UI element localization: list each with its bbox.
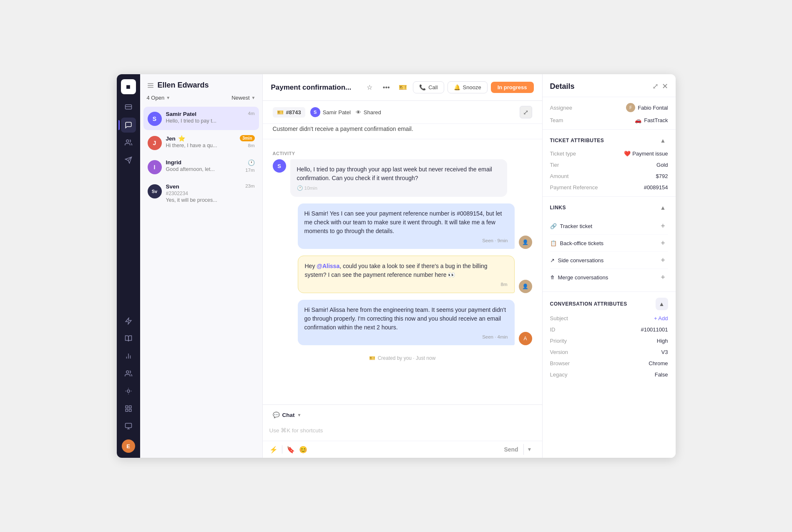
ticket-attributes-header: TICKET ATTRIBUTES ▲ bbox=[550, 136, 668, 146]
filter-sort-button[interactable]: Newest ▼ bbox=[231, 95, 255, 101]
team-value: 🚗 FastTrack bbox=[635, 117, 668, 123]
add-tracker-button[interactable]: + bbox=[658, 221, 668, 231]
conversation-item[interactable]: Sv Sven #2302234 Yes, it will be proces.… bbox=[143, 179, 259, 207]
merge-label: ⤊ Merge conversations bbox=[550, 274, 608, 281]
conv-meta: 3min 8m bbox=[240, 135, 254, 148]
arrow-icon: ↗ bbox=[550, 257, 555, 263]
system-note: 🎫 Created by you · Just now bbox=[273, 352, 532, 364]
expand-button[interactable]: ⤢ bbox=[520, 106, 532, 118]
conv-preview: Good afternoon, let... bbox=[166, 166, 241, 172]
more-options-button[interactable]: ••• bbox=[380, 81, 393, 94]
conv-avatar: Sv bbox=[148, 184, 162, 198]
nav-inbox[interactable] bbox=[121, 100, 136, 115]
ticket-attributes-label: TICKET ATTRIBUTES bbox=[550, 138, 604, 143]
nav-send[interactable] bbox=[121, 153, 136, 168]
message-bubble: Hi Samir! Yes I can see your payment ref… bbox=[298, 203, 515, 249]
amount-row: Amount $792 bbox=[550, 173, 668, 179]
id-row: ID #10011001 bbox=[550, 326, 668, 333]
conv-content: Jen ⭐ Hi there, I have a qu... bbox=[166, 135, 236, 148]
conv-avatar: I bbox=[148, 160, 162, 174]
ticket-icon-button[interactable]: 🎫 bbox=[396, 81, 410, 94]
bookmark-icon[interactable]: 🔖 bbox=[287, 446, 295, 454]
details-title: Details bbox=[550, 82, 652, 91]
message-text-pre: Hey bbox=[305, 263, 317, 269]
priority-value: High bbox=[657, 338, 668, 344]
nav-support[interactable] bbox=[121, 384, 136, 399]
send-button[interactable]: Send bbox=[499, 444, 523, 455]
message-text: Hello, I tried to pay through your app l… bbox=[297, 165, 500, 183]
collapse-conv-attributes-button[interactable]: ▲ bbox=[656, 298, 668, 310]
external-link-button[interactable]: ⤢ bbox=[652, 82, 659, 91]
tracker-ticket-label: 🔗 Tracker ticket bbox=[550, 223, 593, 229]
user-avatar-rail[interactable]: E bbox=[122, 439, 135, 453]
message-row: Hey @Alissa, could you take a look to se… bbox=[273, 256, 532, 293]
nav-grid[interactable] bbox=[121, 401, 136, 416]
payment-icon: ❤️ bbox=[624, 151, 631, 157]
lightning-icon[interactable]: ⚡ bbox=[269, 446, 278, 454]
link-item: 🔗 Tracker ticket + bbox=[550, 218, 668, 235]
message-row-inner: Hey @Alissa, could you take a look to se… bbox=[298, 256, 532, 293]
emoji-icon[interactable]: 😊 bbox=[299, 446, 307, 454]
nav-book[interactable] bbox=[121, 331, 136, 346]
close-button[interactable]: ✕ bbox=[662, 82, 668, 91]
message-bubble: Hi Samir! Alissa here from the engineeri… bbox=[298, 300, 515, 345]
add-back-office-button[interactable]: + bbox=[658, 238, 668, 248]
subject-row: Subject + Add bbox=[550, 315, 668, 321]
collapse-ticket-attributes-button[interactable]: ▲ bbox=[658, 136, 668, 146]
message-text: Hey @Alissa, could you take a look to se… bbox=[305, 262, 508, 279]
conv-time: 23m bbox=[245, 183, 254, 188]
nav-contacts[interactable] bbox=[121, 135, 136, 150]
svg-rect-13 bbox=[129, 409, 131, 412]
chat-text-input[interactable]: Use ⌘K for shortcuts bbox=[263, 421, 542, 441]
add-side-conversation-button[interactable]: + bbox=[658, 255, 668, 265]
legacy-label: Legacy bbox=[550, 371, 568, 378]
conv-name: Sven bbox=[166, 183, 241, 190]
star-button[interactable]: ☆ bbox=[363, 81, 376, 94]
message-text: Hi Samir! Alissa here from the engineeri… bbox=[304, 306, 508, 332]
snooze-button[interactable]: 🔔 Snooze bbox=[448, 81, 488, 93]
conversation-item[interactable]: I Ingrid Good afternoon, let... 🕐 17m bbox=[143, 155, 259, 178]
nav-monitor[interactable] bbox=[121, 419, 136, 434]
add-merge-button[interactable]: + bbox=[658, 272, 668, 282]
send-button-group: Send ▼ bbox=[499, 444, 535, 455]
call-button[interactable]: 📞 Call bbox=[413, 81, 444, 93]
svg-rect-14 bbox=[125, 423, 131, 428]
message-text: Hi Samir! Yes I can see your payment ref… bbox=[304, 209, 508, 236]
collapse-links-button[interactable]: ▲ bbox=[658, 203, 668, 213]
message-time: 🕐 10min bbox=[297, 185, 500, 191]
priority-label: Priority bbox=[550, 338, 567, 344]
id-label: ID bbox=[550, 326, 556, 333]
team-row: Team 🚗 FastTrack bbox=[550, 117, 668, 123]
version-row: Version V3 bbox=[550, 349, 668, 355]
conversation-list: S Samir Patel Hello, I tried to pay t...… bbox=[140, 105, 262, 458]
payment-ref-row: Payment Reference #0089154 bbox=[550, 184, 668, 191]
nav-lightning[interactable] bbox=[121, 314, 136, 329]
details-header: Details ⤢ ✕ bbox=[543, 74, 676, 97]
nav-analytics[interactable] bbox=[121, 349, 136, 364]
subject-add-button[interactable]: + Add bbox=[654, 315, 668, 321]
nav-chat[interactable] bbox=[121, 118, 136, 133]
svg-point-8 bbox=[126, 371, 128, 373]
ticket-bar-right: ⤢ bbox=[520, 106, 532, 118]
send-dropdown-button[interactable]: ▼ bbox=[523, 444, 536, 455]
tier-label: Tier bbox=[550, 162, 559, 168]
chat-mode-button[interactable]: 💬 Chat ▼ bbox=[269, 409, 305, 421]
amount-value: $792 bbox=[656, 173, 668, 179]
merge-icon: ⤊ bbox=[550, 274, 555, 281]
message-row: Hi Samir! Alissa here from the engineeri… bbox=[273, 300, 532, 345]
conv-meta: 4m bbox=[248, 111, 255, 116]
conversation-item[interactable]: J Jen ⭐ Hi there, I have a qu... 3min 8m bbox=[143, 131, 259, 154]
conversation-item[interactable]: S Samir Patel Hello, I tried to pay t...… bbox=[143, 107, 259, 130]
svg-rect-10 bbox=[126, 406, 128, 408]
tier-value: Gold bbox=[656, 162, 668, 168]
chevron-down-icon: ▼ bbox=[251, 95, 256, 100]
back-office-icon: 📋 bbox=[550, 240, 557, 246]
payment-ref-label: Payment Reference bbox=[550, 184, 598, 191]
page-title: Payment confirmation... bbox=[271, 83, 358, 92]
message-time: Seen · 9min bbox=[304, 238, 508, 243]
conv-name: Samir Patel bbox=[166, 111, 244, 117]
nav-team[interactable] bbox=[121, 366, 136, 381]
status-button[interactable]: In progress bbox=[491, 82, 534, 93]
filter-open-button[interactable]: 4 Open ▼ bbox=[147, 95, 171, 101]
sidebar-user-title: Ellen Edwards bbox=[158, 81, 209, 90]
